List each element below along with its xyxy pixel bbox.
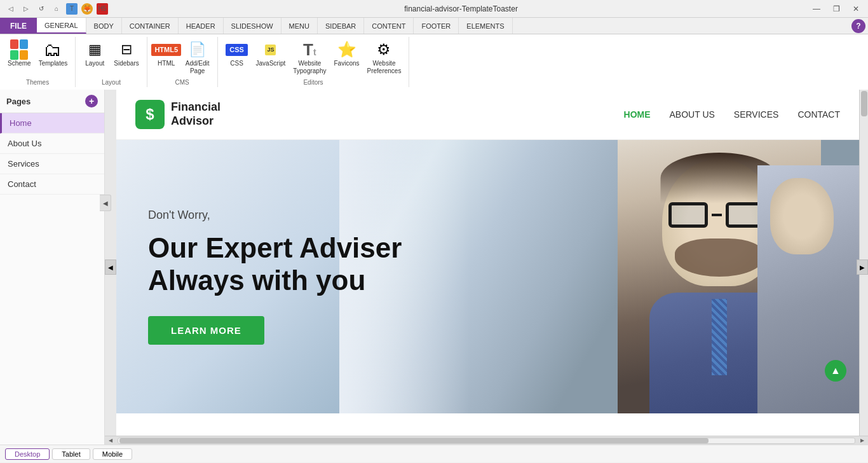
hero-title: Our Expert Adviser Always with you [148,232,402,296]
minimize-button[interactable]: — [809,3,824,15]
css-icon: CSS [227,39,247,60]
pages-title: Pages [6,97,31,106]
nav-about-us[interactable]: ABOUT US [670,109,715,120]
logo-text: Financial Advisor [171,100,220,128]
scrollbar-thumb[interactable] [861,91,867,116]
horizontal-scrollbar[interactable]: ◀ ▶ [105,436,868,445]
logo-line2: Advisor [171,114,220,128]
templates-button[interactable]: 🗂 Templates [36,38,71,69]
layout-button[interactable]: ▦ Layout [81,38,109,69]
hscroll-track[interactable] [118,438,855,444]
ribbon-group-editors: CSS CSS JS JavaScript Tt Website Typogra… [218,37,410,87]
tab-content[interactable]: CONTENT [364,18,414,34]
app-icon-orange: 🦊 [81,3,93,15]
hero-title-line2: Always with you [148,265,402,297]
sidebars-button[interactable]: ⊟ Sidebars [111,38,141,69]
css-button[interactable]: CSS CSS [223,38,251,69]
templates-label: Templates [39,60,68,67]
add-page-button[interactable]: + [85,95,98,107]
favicons-button[interactable]: ⭐ Favicons [332,38,362,69]
window-title: financial-advisor-TemplateToaster [404,4,518,13]
javascript-button[interactable]: JS JavaScript [254,38,288,69]
sidebars-label: Sidebars [114,60,139,67]
sidebar-item-services[interactable]: Services [0,154,104,174]
hero-content: Don't Worry, Our Expert Adviser Always w… [116,183,433,370]
ribbon-group-cms: HTML5 HTML 📄 Add/Edit Page CMS [147,37,218,87]
layout-label-group: Layout [102,78,121,86]
tab-file[interactable]: FILE [0,18,37,34]
ribbon-tabs: FILE GENERAL BODY CONTAINER HEADER SLIDE… [0,18,868,34]
learn-more-button[interactable]: LEARN MORE [148,316,264,345]
ribbon-group-themes: Scheme 🗂 Templates Themes [0,37,76,87]
back-icon[interactable]: ◁ [5,3,17,15]
tab-general[interactable]: GENERAL [37,18,86,34]
scheme-icon [9,39,29,60]
layout-icon: ▦ [85,39,105,60]
nav-home[interactable]: HOME [624,109,651,120]
tab-slideshow[interactable]: SLIDESHOW [224,18,281,34]
site-hero: Don't Worry, Our Expert Adviser Always w… [116,140,859,413]
help-button[interactable]: ? [851,19,865,33]
refresh-icon[interactable]: ↺ [36,3,47,15]
forward-icon[interactable]: ▷ [20,3,32,15]
html-icon: HTML5 [156,39,177,60]
html-button[interactable]: HTML5 HTML [153,38,180,69]
ribbon-group-layout: ▦ Layout ⊟ Sidebars Layout [76,37,147,87]
editors-label: Editors [303,78,323,86]
javascript-label: JavaScript [256,60,286,67]
tablet-view-button[interactable]: Tablet [52,448,90,460]
home-icon[interactable]: ⌂ [51,3,62,15]
title-bar-left: ◁ ▷ ↺ ⌂ T 🦊 H5 [5,3,113,15]
maximize-button[interactable]: ❐ [829,3,844,15]
scroll-left-button[interactable]: ◀ [105,259,116,275]
nav-services[interactable]: SERVICES [734,109,779,120]
html-label: HTML [158,60,175,67]
layout-items: ▦ Layout ⊟ Sidebars [81,38,141,78]
scheme-button[interactable]: Scheme [5,38,34,69]
sidebar-item-home[interactable]: Home [0,113,104,134]
mobile-view-button[interactable]: Mobile [93,448,132,460]
website-preferences-button[interactable]: ⚙ Website Preferences [365,38,404,76]
site-nav: HOME ABOUT US SERVICES CONTACT [624,109,840,120]
nav-contact[interactable]: CONTACT [797,109,840,120]
toolbar-icons: ◁ ▷ ↺ ⌂ T 🦊 H5 [5,3,108,15]
app-icon-red: H5 [97,3,108,15]
cms-items: HTML5 HTML 📄 Add/Edit Page [153,38,212,78]
add-edit-icon: 📄 [187,39,208,60]
app-icon-blue: T [66,3,78,15]
themes-items: Scheme 🗂 Templates [5,38,70,78]
tab-menu[interactable]: MENU [281,18,318,34]
tab-sidebar[interactable]: SIDEBAR [318,18,364,34]
collapse-sidebar-button[interactable]: ◀ [100,195,111,211]
editors-items: CSS CSS JS JavaScript Tt Website Typogra… [223,38,404,78]
tab-header[interactable]: HEADER [179,18,224,34]
logo-icon: $ [135,100,165,129]
sidebars-icon: ⊟ [116,39,137,60]
hscroll-right[interactable]: ▶ [857,437,868,445]
themes-label: Themes [26,78,49,86]
website-preview: $ Financial Advisor HOME ABOUT US SERVIC… [116,90,859,445]
sidebar-header: Pages + [0,90,104,113]
pages-sidebar: Pages + Home About Us Services Contact [0,90,105,445]
favicons-icon: ⭐ [337,39,357,60]
tab-body[interactable]: BODY [86,18,122,34]
sidebar-item-contact[interactable]: Contact [0,174,104,195]
close-button[interactable]: ✕ [849,3,863,15]
add-edit-page-button[interactable]: 📄 Add/Edit Page [183,38,212,76]
tab-container[interactable]: CONTAINER [122,18,179,34]
site-header: $ Financial Advisor HOME ABOUT US SERVIC… [116,90,859,140]
website-typography-button[interactable]: Tt Website Typography [290,38,329,76]
hscroll-left[interactable]: ◀ [105,437,116,445]
tab-elements[interactable]: ELEMENTS [459,18,512,34]
javascript-icon: JS [261,39,281,60]
css-label: CSS [230,60,243,67]
hero-title-line1: Our Expert Adviser [148,232,402,265]
scroll-right-button[interactable]: ▶ [857,259,868,275]
back-to-top-button[interactable]: ▲ [825,360,846,382]
layout-label: Layout [85,60,104,67]
tab-footer[interactable]: FOOTER [414,18,459,34]
sidebar-item-about-us[interactable]: About Us [0,134,104,154]
scheme-label: Scheme [8,60,31,67]
typography-label: Website Typography [293,60,326,75]
desktop-view-button[interactable]: Desktop [5,448,50,460]
